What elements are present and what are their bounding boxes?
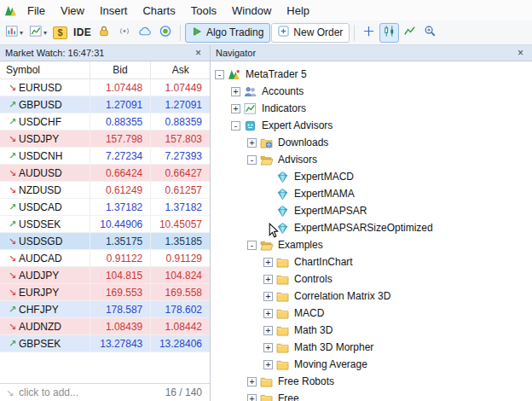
tree-item-examples[interactable]: -Examples — [211, 236, 532, 253]
candlestick-chart-button[interactable] — [379, 23, 399, 43]
tree-item-free[interactable]: +Free — [211, 390, 532, 401]
crosshair-button[interactable] — [359, 23, 379, 43]
menu-view[interactable]: View — [53, 1, 92, 20]
tree-item-expertmapsar[interactable]: ExpertMAPSAR — [211, 202, 532, 219]
expand-icon[interactable]: + — [231, 87, 240, 96]
tree-item-macd[interactable]: +MACD — [211, 305, 532, 322]
symbol-name: USDCNH — [19, 150, 62, 162]
tree-item-math-3d[interactable]: +Math 3D — [211, 322, 532, 339]
tree-item-downloads[interactable]: +Downloads — [211, 134, 532, 151]
menu-charts[interactable]: Charts — [135, 1, 182, 20]
tree-item-accounts[interactable]: +Accounts — [211, 83, 532, 100]
column-header-bid[interactable]: Bid — [90, 61, 151, 78]
bid-value: 1.27091 — [90, 96, 151, 113]
market-watch-row-USDCAD[interactable]: ↗USDCAD1.371821.37182 — [0, 199, 210, 216]
market-watch-row-CHFJPY[interactable]: ↗CHFJPY178.587178.602 — [0, 301, 210, 318]
tree-item-chartinchart[interactable]: +ChartInChart — [211, 253, 532, 270]
market-watch-button[interactable]: $ — [50, 23, 70, 43]
zoom-in-button[interactable] — [420, 23, 440, 43]
close-icon[interactable]: × — [192, 47, 205, 59]
symbol-name: CHFJPY — [19, 304, 59, 316]
new-order-button[interactable]: New Order — [271, 23, 350, 43]
tree-item-controls[interactable]: +Controls — [211, 270, 532, 288]
crosshair-icon — [362, 25, 375, 40]
line-chart-button[interactable] — [400, 23, 419, 43]
bid-value: 1.08439 — [90, 318, 151, 334]
market-watch-row-EURJPY[interactable]: ↘EURJPY169.553169.558 — [0, 284, 210, 301]
new-chart-button[interactable]: ▾ — [3, 23, 26, 43]
collapse-icon[interactable]: - — [247, 241, 257, 250]
column-header-ask[interactable]: Ask — [150, 61, 210, 78]
tree-item-indicators[interactable]: +Indicators — [211, 100, 532, 117]
expand-icon[interactable]: + — [263, 326, 273, 335]
expand-icon[interactable]: + — [263, 292, 273, 301]
expand-icon[interactable]: + — [263, 360, 273, 369]
expand-icon[interactable]: + — [263, 309, 273, 318]
tree-item-advisors[interactable]: -Advisors — [211, 151, 532, 168]
mt5-icon — [228, 68, 243, 81]
column-header-symbol[interactable]: Symbol — [0, 61, 90, 78]
tree-item-metatrader-5[interactable]: -MetaTrader 5 — [211, 66, 532, 83]
tree-item-free-robots[interactable]: +Free Robots — [211, 373, 532, 390]
market-watch-row-NZDUSD[interactable]: ↘NZDUSD0.612490.61257 — [0, 182, 210, 199]
market-watch-row-USDJPY[interactable]: ↘USDJPY157.798157.803 — [0, 131, 210, 148]
symbol-cell: ↗GBPUSD — [0, 96, 90, 113]
expand-icon[interactable]: + — [263, 258, 273, 267]
tree-item-expertmapsarsizeoptimized[interactable]: ExpertMAPSARSizeOptimized — [211, 219, 532, 236]
expand-icon[interactable]: + — [263, 343, 273, 352]
market-watch-row-USDCHF[interactable]: ↗USDCHF0.883550.88359 — [0, 113, 210, 131]
lock-button[interactable] — [95, 23, 114, 43]
tree-item-label: Moving Average — [294, 358, 367, 370]
expand-icon[interactable]: + — [247, 377, 257, 386]
symbol-name: USDCAD — [19, 201, 62, 213]
expand-icon[interactable]: + — [263, 275, 273, 284]
tree-item-expertmama[interactable]: ExpertMAMA — [211, 185, 532, 202]
close-icon[interactable]: × — [514, 47, 527, 59]
market-watch-row-AUDCAD[interactable]: ↘AUDCAD0.911220.91129 — [0, 250, 210, 267]
market-watch-row-EURUSD[interactable]: ↘EURUSD1.074481.07449 — [0, 79, 210, 96]
tree-item-label: Expert Advisors — [262, 119, 332, 131]
chart-profiles-button[interactable]: ▾ — [26, 23, 49, 43]
click-to-add[interactable]: click to add... — [19, 386, 78, 398]
market-watch-row-AUDUSD[interactable]: ↘AUDUSD0.664240.66427 — [0, 165, 210, 182]
downloads-icon — [260, 137, 275, 148]
menu-window[interactable]: Window — [224, 1, 279, 20]
algo-trading-button[interactable]: Algo Trading — [185, 23, 270, 43]
symbol-name: USDJPY — [19, 133, 59, 145]
market-watch-row-USDSEK[interactable]: ↗USDSEK10.4490610.45057 — [0, 216, 210, 233]
expand-icon[interactable]: + — [247, 394, 257, 401]
tree-item-label: Controls — [294, 273, 332, 285]
tree-item-moving-average[interactable]: +Moving Average — [211, 356, 532, 373]
market-watch-row-GBPSEK[interactable]: ↗GBPSEK13.2784313.28406 — [0, 335, 210, 352]
collapse-icon[interactable]: - — [247, 155, 257, 165]
menu-tools[interactable]: Tools — [183, 1, 224, 20]
menu-file[interactable]: File — [20, 1, 53, 20]
expand-icon[interactable]: + — [231, 104, 240, 113]
cloud-button[interactable] — [136, 23, 155, 43]
tree-item-expertmacd[interactable]: ExpertMACD — [211, 168, 532, 185]
market-watch-row-USDCNH[interactable]: ↗USDCNH7.272347.27393 — [0, 148, 210, 165]
collapse-icon[interactable]: - — [231, 121, 240, 131]
collapse-icon[interactable]: - — [215, 70, 224, 79]
signals-button[interactable] — [115, 23, 135, 43]
tree-item-correlation-matrix-3d[interactable]: +Correlation Matrix 3D — [211, 288, 532, 305]
symbol-cell: ↘EURJPY — [0, 284, 90, 300]
symbol-name: USDSEK — [19, 218, 61, 230]
menu-help[interactable]: Help — [279, 1, 317, 20]
ask-value: 104.824 — [150, 267, 210, 283]
ide-button[interactable]: IDE — [71, 23, 94, 43]
chart-profiles-icon — [29, 25, 43, 40]
market-watch-row-USDSGD[interactable]: ↘USDSGD1.351751.35185 — [0, 233, 210, 250]
expert-icon — [276, 205, 292, 218]
tree-item-expert-advisors[interactable]: -Expert Advisors — [211, 117, 532, 134]
community-button[interactable] — [156, 23, 176, 43]
tree-item-label: ExpertMAPSARSizeOptimized — [294, 222, 433, 234]
tree-item-math-3d-morpher[interactable]: +Math 3D Morpher — [211, 339, 532, 356]
market-watch-row-GBPUSD[interactable]: ↗GBPUSD1.270911.27091 — [0, 96, 210, 113]
folder-icon — [276, 274, 292, 285]
mt5-window: FileViewInsertChartsToolsWindowHelp ▾ ▾ … — [0, 0, 532, 401]
expand-icon[interactable]: + — [247, 138, 257, 148]
market-watch-row-AUDJPY[interactable]: ↘AUDJPY104.815104.824 — [0, 267, 210, 284]
market-watch-row-AUDNZD[interactable]: ↘AUDNZD1.084391.08442 — [0, 318, 210, 335]
menu-insert[interactable]: Insert — [92, 1, 136, 20]
